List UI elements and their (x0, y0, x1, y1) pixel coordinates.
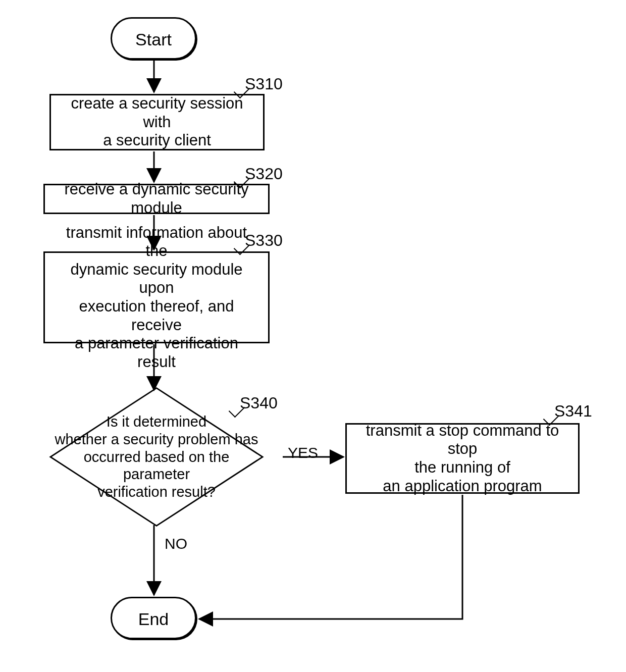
flowchart-canvas: Start create a security session with a s… (0, 0, 626, 672)
process-s341-text: transmit a stop command to stop the runn… (357, 422, 568, 495)
process-s310: create a security session with a securit… (49, 94, 265, 150)
ref-s320: S320 (245, 165, 283, 183)
terminator-end: End (111, 597, 196, 639)
terminator-start: Start (111, 17, 196, 60)
process-s320-text: receive a dynamic security module (55, 180, 258, 217)
ref-s341: S341 (554, 402, 592, 421)
edge-no-label: NO (165, 535, 187, 552)
terminator-start-label: Start (135, 30, 172, 49)
process-s320: receive a dynamic security module (43, 184, 270, 214)
edge-yes-label: YES (288, 444, 318, 461)
process-s310-text: create a security session with a securit… (61, 94, 253, 150)
ref-s310: S310 (245, 75, 283, 93)
ref-s330: S330 (245, 231, 283, 250)
process-s330: transmit information about the dynamic s… (43, 251, 270, 343)
terminator-end-label: End (138, 609, 169, 629)
process-s330-text: transmit information about the dynamic s… (55, 224, 258, 372)
ref-s340: S340 (240, 394, 278, 412)
decision-s340-text: Is it determined whether a security prob… (50, 413, 263, 501)
process-s341: transmit a stop command to stop the runn… (345, 423, 580, 494)
